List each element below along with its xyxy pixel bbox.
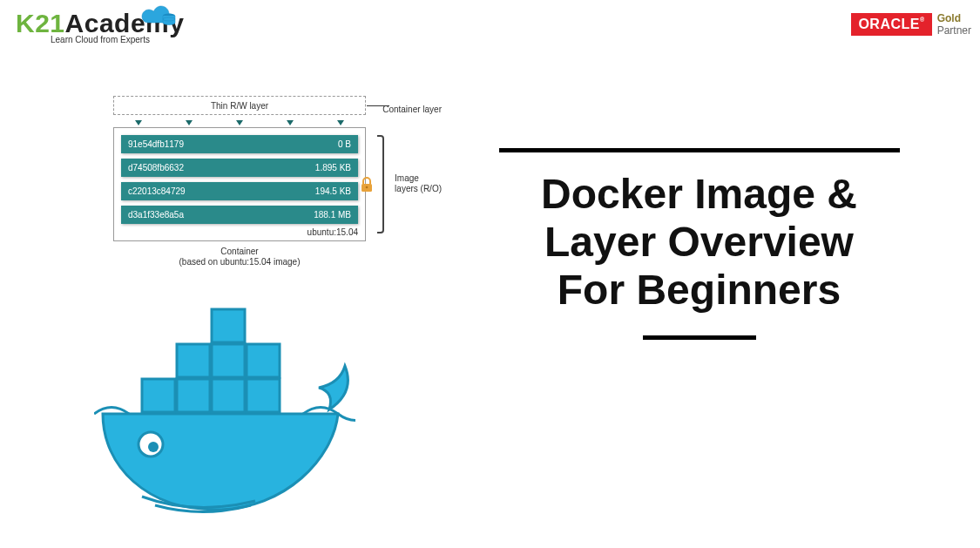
oracle-partner-badge: ORACLE® Gold Partner <box>851 12 971 37</box>
docker-whale-icon <box>94 292 355 527</box>
base-image-tag: ubuntu:15.04 <box>121 227 358 237</box>
svg-rect-7 <box>177 379 210 412</box>
diagram-caption: Container(based on ubuntu:15.04 image) <box>113 247 366 267</box>
layer-hash: d74508fb6632 <box>128 163 184 173</box>
layer-hash: c22013c84729 <box>128 186 186 196</box>
svg-rect-10 <box>177 344 210 377</box>
layer-size: 188.1 MB <box>314 210 351 220</box>
header: K21Academy Learn Cloud from Experts ORAC… <box>0 7 980 68</box>
svg-rect-6 <box>142 379 175 412</box>
oracle-partner: Partner <box>937 24 971 37</box>
image-layers-label: Imagelayers (R/O) <box>395 173 442 194</box>
svg-rect-13 <box>212 309 245 342</box>
lock-icon <box>360 177 374 193</box>
layer-size: 0 B <box>338 139 351 149</box>
oracle-label: ORACLE <box>858 17 920 31</box>
cloud-db-icon <box>136 3 179 31</box>
rw-layer-box: Thin R/W layer Container layer <box>113 96 366 115</box>
svg-rect-8 <box>212 379 245 412</box>
layer-stack: 91e54dfb1179 0 B d74508fb6632 1.895 KB c… <box>113 127 366 241</box>
k21-academy-logo: K21Academy Learn Cloud from Experts <box>16 9 184 44</box>
layer-hash: d3a1f33e8a5a <box>128 210 184 220</box>
layer-size: 194.5 KB <box>315 186 351 196</box>
image-layer: 91e54dfb1179 0 B <box>121 135 358 153</box>
illustration-column: Thin R/W layer Container layer 91e54dfb1… <box>0 96 418 548</box>
oracle-gold: Gold <box>937 12 971 24</box>
svg-rect-12 <box>247 344 280 377</box>
image-layer: c22013c84729 194.5 KB <box>121 182 358 200</box>
svg-point-3 <box>366 186 368 188</box>
page-title: Docker Image & Layer Overview For Beginn… <box>453 170 945 315</box>
svg-rect-9 <box>247 379 280 412</box>
image-layer: d3a1f33e8a5a 188.1 MB <box>121 206 358 224</box>
svg-point-5 <box>148 442 159 452</box>
title-rule-bottom <box>643 335 756 340</box>
container-layer-label: Container layer <box>382 100 442 119</box>
layer-hash: 91e54dfb1179 <box>128 139 184 149</box>
image-layer: d74508fb6632 1.895 KB <box>121 159 358 177</box>
title-column: Docker Image & Layer Overview For Beginn… <box>418 96 980 548</box>
layer-size: 1.895 KB <box>315 163 351 173</box>
rw-layer-text: Thin R/W layer <box>211 101 268 111</box>
title-rule-top <box>499 148 900 152</box>
docker-layer-diagram: Thin R/W layer Container layer 91e54dfb1… <box>113 96 366 267</box>
svg-rect-11 <box>212 344 245 377</box>
brand-prefix: K21 <box>16 9 65 37</box>
